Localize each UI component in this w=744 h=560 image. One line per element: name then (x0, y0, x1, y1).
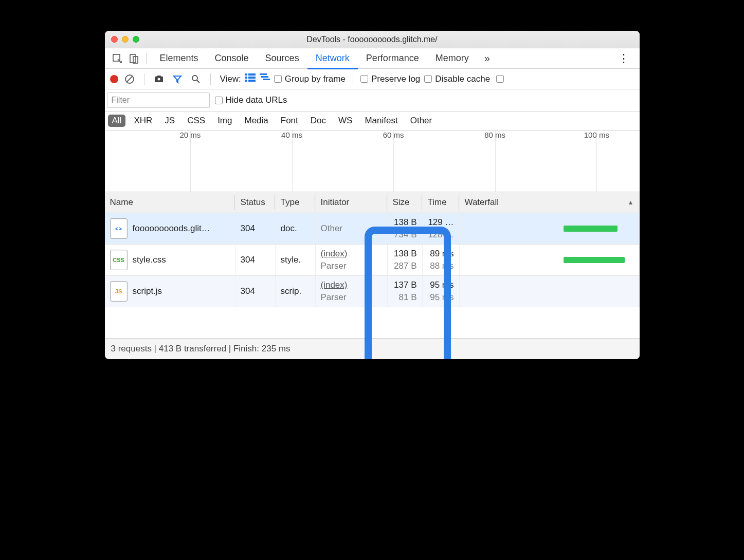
cell-waterfall (460, 276, 640, 307)
hide-data-urls-label: Hide data URLs (226, 95, 287, 105)
cell-initiator: (index)Parser (316, 276, 388, 307)
svg-line-7 (197, 80, 199, 83)
clear-icon[interactable] (122, 72, 137, 86)
col-type[interactable]: Type (276, 192, 316, 213)
filter-input[interactable] (107, 92, 210, 108)
col-name[interactable]: Name (105, 192, 235, 213)
large-rows-icon[interactable] (245, 73, 256, 84)
cell-type: doc. (276, 213, 316, 244)
offline-checkbox-partial[interactable] (496, 75, 504, 83)
filter-row: Hide data URLs (105, 89, 640, 111)
search-icon[interactable] (189, 72, 203, 86)
table-header-row: Name Status Type Initiator Size Time Wat… (105, 192, 640, 213)
more-panels-icon[interactable]: » (479, 52, 495, 64)
svg-point-6 (192, 76, 197, 81)
type-filter-css[interactable]: CSS (183, 115, 209, 127)
inspect-icon[interactable] (110, 51, 124, 66)
svg-rect-8 (245, 73, 247, 76)
svg-rect-9 (248, 73, 256, 76)
col-size[interactable]: Size (388, 192, 423, 213)
cell-type: scrip. (276, 276, 316, 307)
type-filter-all[interactable]: All (108, 115, 126, 127)
zoom-icon[interactable] (133, 36, 139, 43)
type-filter-img[interactable]: Img (213, 115, 236, 127)
cell-time: 89 ms88 ms (423, 245, 460, 275)
checkbox-icon (274, 75, 282, 83)
requests-table: Name Status Type Initiator Size Time Wat… (105, 192, 640, 338)
col-waterfall[interactable]: Waterfall ▲ (460, 192, 640, 213)
type-filter-other[interactable]: Other (406, 115, 437, 127)
cell-name: <>fooooooooods.glit… (105, 213, 235, 244)
request-row[interactable]: CSSstyle.css304style.(index)Parser138 B2… (105, 245, 640, 276)
type-filter-doc[interactable]: Doc (306, 115, 330, 127)
waterfall-view-icon[interactable] (260, 73, 270, 84)
svg-rect-12 (245, 80, 247, 82)
tab-elements[interactable]: Elements (152, 48, 207, 69)
filter-icon[interactable] (170, 72, 185, 86)
col-status[interactable]: Status (235, 192, 276, 213)
cell-initiator: Other (316, 213, 388, 244)
cell-name: JSscript.js (105, 276, 235, 307)
initiator-text: Other (321, 223, 343, 234)
disable-cache-checkbox[interactable]: Disable cache (424, 74, 490, 84)
group-by-frame-label: Group by frame (285, 74, 346, 84)
separator (146, 53, 147, 64)
cell-time: 129 …128 … (423, 213, 460, 244)
minimize-icon[interactable] (122, 36, 129, 43)
type-filter-ws[interactable]: WS (334, 115, 356, 127)
col-waterfall-label: Waterfall (465, 197, 499, 208)
resource-type-filters: AllXHRJSCSSImgMediaFontDocWSManifestOthe… (105, 111, 640, 130)
window-title: DevTools - fooooooooods.glitch.me/ (110, 35, 634, 44)
cell-size: 137 B81 B (388, 276, 423, 307)
svg-rect-11 (248, 77, 256, 79)
tab-sources[interactable]: Sources (257, 48, 307, 69)
col-initiator[interactable]: Initiator (316, 192, 388, 213)
type-filter-manifest[interactable]: Manifest (360, 115, 402, 127)
checkbox-icon (215, 97, 223, 104)
initiator-link[interactable]: (index) (321, 280, 348, 290)
type-filter-media[interactable]: Media (240, 115, 272, 127)
device-icon[interactable] (126, 51, 141, 66)
waterfall-bar (564, 257, 625, 263)
tab-memory[interactable]: Memory (427, 48, 477, 69)
tab-console[interactable]: Console (207, 48, 257, 69)
cell-initiator: (index)Parser (316, 245, 388, 275)
svg-rect-13 (248, 80, 256, 82)
kebab-menu-icon[interactable]: ⋮ (613, 52, 634, 65)
traffic-lights (111, 36, 139, 43)
checkbox-icon (424, 75, 432, 83)
preserve-log-checkbox[interactable]: Preserve log (360, 74, 420, 84)
tab-network[interactable]: Network (307, 48, 358, 69)
js-file-icon: JS (110, 281, 128, 302)
cell-time: 95 ms95 ms (423, 276, 460, 307)
request-name: fooooooooods.glit… (133, 223, 210, 234)
cell-waterfall (460, 245, 640, 275)
tab-performance[interactable]: Performance (358, 48, 427, 69)
waterfall-bar (564, 226, 618, 232)
cell-type: style. (276, 245, 316, 275)
svg-rect-1 (130, 54, 135, 63)
col-time[interactable]: Time (423, 192, 460, 213)
svg-rect-14 (260, 73, 267, 75)
cell-status: 304 (235, 245, 276, 275)
type-filter-xhr[interactable]: XHR (130, 115, 156, 127)
request-row[interactable]: JSscript.js304scrip.(index)Parser137 B81… (105, 276, 640, 307)
separator (210, 73, 211, 85)
group-by-frame-checkbox[interactable]: Group by frame (274, 74, 346, 84)
panel-tabs: ElementsConsoleSourcesNetworkPerformance… (105, 48, 640, 69)
status-bar: 3 requests | 413 B transferred | Finish:… (105, 338, 640, 359)
overview-timeline[interactable]: 20 ms40 ms60 ms80 ms100 ms (105, 130, 640, 192)
request-name: script.js (133, 286, 162, 296)
cell-status: 304 (235, 276, 276, 307)
screenshot-icon[interactable] (152, 72, 166, 86)
html-file-icon: <> (110, 218, 128, 239)
type-filter-js[interactable]: JS (160, 115, 179, 127)
close-icon[interactable] (111, 36, 118, 43)
initiator-sub: Parser (321, 292, 347, 303)
initiator-link[interactable]: (index) (321, 249, 348, 259)
record-icon[interactable] (110, 75, 118, 83)
hide-data-urls-checkbox[interactable]: Hide data URLs (215, 95, 287, 105)
request-row[interactable]: <>fooooooooods.glit…304doc.Other138 B734… (105, 213, 640, 245)
preserve-log-label: Preserve log (371, 74, 420, 84)
type-filter-font[interactable]: Font (277, 115, 302, 127)
